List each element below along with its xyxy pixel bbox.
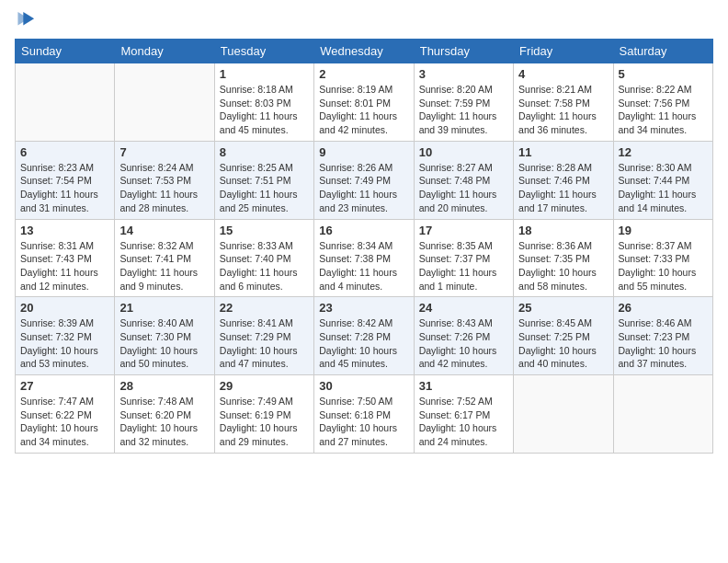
- calendar-cell: 16Sunrise: 8:34 AM Sunset: 7:38 PM Dayli…: [314, 219, 414, 297]
- day-info: Sunrise: 8:42 AM Sunset: 7:28 PM Dayligh…: [319, 316, 408, 371]
- day-number: 5: [619, 67, 708, 81]
- day-info: Sunrise: 7:49 AM Sunset: 6:19 PM Dayligh…: [220, 395, 309, 449]
- calendar-table: SundayMondayTuesdayWednesdayThursdayFrid…: [15, 39, 713, 454]
- calendar-cell: 18Sunrise: 8:36 AM Sunset: 7:35 PM Dayli…: [514, 219, 613, 297]
- calendar-cell: 23Sunrise: 8:42 AM Sunset: 7:28 PM Dayli…: [314, 297, 414, 375]
- day-number: 26: [619, 301, 708, 315]
- day-number: 16: [319, 224, 408, 237]
- day-number: 23: [319, 301, 408, 315]
- calendar-cell: 12Sunrise: 8:30 AM Sunset: 7:44 PM Dayli…: [613, 141, 712, 219]
- day-info: Sunrise: 8:21 AM Sunset: 7:58 PM Dayligh…: [518, 83, 608, 137]
- calendar-cell: 24Sunrise: 8:43 AM Sunset: 7:26 PM Dayli…: [414, 297, 513, 375]
- day-info: Sunrise: 8:23 AM Sunset: 7:54 PM Dayligh…: [20, 161, 109, 215]
- day-info: Sunrise: 8:40 AM Sunset: 7:30 PM Dayligh…: [119, 316, 209, 371]
- calendar-cell: 14Sunrise: 8:32 AM Sunset: 7:41 PM Dayli…: [115, 219, 214, 297]
- day-header-tuesday: Tuesday: [214, 40, 313, 63]
- day-header-wednesday: Wednesday: [314, 40, 414, 63]
- day-number: 21: [119, 301, 209, 315]
- day-info: Sunrise: 8:45 AM Sunset: 7:25 PM Dayligh…: [518, 316, 608, 371]
- day-number: 28: [119, 379, 209, 393]
- day-info: Sunrise: 8:20 AM Sunset: 7:59 PM Dayligh…: [419, 83, 508, 137]
- day-info: Sunrise: 8:33 AM Sunset: 7:40 PM Dayligh…: [220, 239, 309, 293]
- calendar-cell: [16, 63, 115, 142]
- calendar-cell: 20Sunrise: 8:39 AM Sunset: 7:32 PM Dayli…: [16, 297, 115, 375]
- calendar-cell: 7Sunrise: 8:24 AM Sunset: 7:53 PM Daylig…: [115, 141, 214, 219]
- day-number: 18: [518, 224, 608, 237]
- calendar-cell: 6Sunrise: 8:23 AM Sunset: 7:54 PM Daylig…: [16, 141, 115, 219]
- calendar-cell: 5Sunrise: 8:22 AM Sunset: 7:56 PM Daylig…: [613, 63, 712, 142]
- day-info: Sunrise: 8:26 AM Sunset: 7:49 PM Dayligh…: [319, 161, 408, 215]
- calendar-cell: 1Sunrise: 8:18 AM Sunset: 8:03 PM Daylig…: [214, 63, 313, 142]
- calendar-week-4: 20Sunrise: 8:39 AM Sunset: 7:32 PM Dayli…: [16, 297, 713, 375]
- day-info: Sunrise: 8:39 AM Sunset: 7:32 PM Dayligh…: [20, 316, 109, 371]
- calendar-cell: 2Sunrise: 8:19 AM Sunset: 8:01 PM Daylig…: [314, 63, 414, 142]
- day-number: 14: [119, 224, 209, 237]
- calendar-week-2: 6Sunrise: 8:23 AM Sunset: 7:54 PM Daylig…: [16, 141, 713, 219]
- day-info: Sunrise: 8:34 AM Sunset: 7:38 PM Dayligh…: [319, 239, 408, 293]
- day-header-saturday: Saturday: [613, 40, 712, 63]
- day-info: Sunrise: 8:37 AM Sunset: 7:33 PM Dayligh…: [619, 239, 708, 293]
- day-number: 1: [220, 67, 309, 81]
- day-info: Sunrise: 8:43 AM Sunset: 7:26 PM Dayligh…: [419, 316, 508, 371]
- day-info: Sunrise: 8:24 AM Sunset: 7:53 PM Dayligh…: [119, 161, 209, 215]
- calendar-header-row: SundayMondayTuesdayWednesdayThursdayFrid…: [16, 40, 713, 63]
- calendar-week-3: 13Sunrise: 8:31 AM Sunset: 7:43 PM Dayli…: [16, 219, 713, 297]
- day-number: 22: [220, 301, 309, 315]
- calendar-cell: 31Sunrise: 7:52 AM Sunset: 6:17 PM Dayli…: [414, 375, 513, 454]
- day-number: 4: [518, 67, 608, 81]
- calendar-cell: 21Sunrise: 8:40 AM Sunset: 7:30 PM Dayli…: [115, 297, 214, 375]
- calendar-cell: 19Sunrise: 8:37 AM Sunset: 7:33 PM Dayli…: [613, 219, 712, 297]
- header: [15, 9, 713, 33]
- day-info: Sunrise: 8:22 AM Sunset: 7:56 PM Dayligh…: [619, 83, 708, 137]
- calendar-cell: 4Sunrise: 8:21 AM Sunset: 7:58 PM Daylig…: [514, 63, 613, 142]
- day-info: Sunrise: 8:19 AM Sunset: 8:01 PM Dayligh…: [319, 83, 408, 137]
- calendar-cell: 17Sunrise: 8:35 AM Sunset: 7:37 PM Dayli…: [414, 219, 513, 297]
- day-number: 8: [220, 145, 309, 159]
- calendar-cell: 28Sunrise: 7:48 AM Sunset: 6:20 PM Dayli…: [115, 375, 214, 454]
- calendar-week-1: 1Sunrise: 8:18 AM Sunset: 8:03 PM Daylig…: [16, 63, 713, 142]
- day-header-monday: Monday: [115, 40, 214, 63]
- day-number: 15: [220, 224, 309, 237]
- day-info: Sunrise: 7:52 AM Sunset: 6:17 PM Dayligh…: [419, 395, 508, 449]
- day-number: 11: [518, 145, 608, 159]
- day-info: Sunrise: 8:35 AM Sunset: 7:37 PM Dayligh…: [419, 239, 508, 293]
- day-info: Sunrise: 8:25 AM Sunset: 7:51 PM Dayligh…: [220, 161, 309, 215]
- calendar-cell: [514, 375, 613, 454]
- calendar-cell: 9Sunrise: 8:26 AM Sunset: 7:49 PM Daylig…: [314, 141, 414, 219]
- day-info: Sunrise: 8:31 AM Sunset: 7:43 PM Dayligh…: [20, 239, 109, 293]
- day-number: 9: [319, 145, 408, 159]
- calendar-cell: 26Sunrise: 8:46 AM Sunset: 7:23 PM Dayli…: [613, 297, 712, 375]
- day-info: Sunrise: 8:18 AM Sunset: 8:03 PM Dayligh…: [220, 83, 309, 137]
- calendar-cell: 29Sunrise: 7:49 AM Sunset: 6:19 PM Dayli…: [214, 375, 313, 454]
- day-info: Sunrise: 8:27 AM Sunset: 7:48 PM Dayligh…: [419, 161, 508, 215]
- calendar-cell: [613, 375, 712, 454]
- day-info: Sunrise: 8:46 AM Sunset: 7:23 PM Dayligh…: [619, 316, 708, 371]
- day-number: 3: [419, 67, 508, 81]
- day-number: 2: [319, 67, 408, 81]
- day-number: 27: [20, 379, 109, 393]
- day-info: Sunrise: 7:50 AM Sunset: 6:18 PM Dayligh…: [319, 395, 408, 449]
- calendar-cell: 3Sunrise: 8:20 AM Sunset: 7:59 PM Daylig…: [414, 63, 513, 142]
- day-number: 7: [119, 145, 209, 159]
- day-number: 24: [419, 301, 508, 315]
- day-number: 29: [220, 379, 309, 393]
- day-number: 12: [619, 145, 708, 159]
- day-number: 20: [20, 301, 109, 315]
- day-header-friday: Friday: [514, 40, 613, 63]
- calendar-cell: 8Sunrise: 8:25 AM Sunset: 7:51 PM Daylig…: [214, 141, 313, 219]
- day-info: Sunrise: 7:47 AM Sunset: 6:22 PM Dayligh…: [20, 395, 109, 449]
- calendar-week-5: 27Sunrise: 7:47 AM Sunset: 6:22 PM Dayli…: [16, 375, 713, 454]
- day-info: Sunrise: 8:30 AM Sunset: 7:44 PM Dayligh…: [619, 161, 708, 215]
- day-info: Sunrise: 8:36 AM Sunset: 7:35 PM Dayligh…: [518, 239, 608, 293]
- calendar-cell: 27Sunrise: 7:47 AM Sunset: 6:22 PM Dayli…: [16, 375, 115, 454]
- day-number: 19: [619, 224, 708, 237]
- calendar-cell: 10Sunrise: 8:27 AM Sunset: 7:48 PM Dayli…: [414, 141, 513, 219]
- calendar-cell: 22Sunrise: 8:41 AM Sunset: 7:29 PM Dayli…: [214, 297, 313, 375]
- day-info: Sunrise: 8:28 AM Sunset: 7:46 PM Dayligh…: [518, 161, 608, 215]
- day-header-thursday: Thursday: [414, 40, 513, 63]
- calendar-cell: 30Sunrise: 7:50 AM Sunset: 6:18 PM Dayli…: [314, 375, 414, 454]
- day-number: 17: [419, 224, 508, 237]
- day-number: 13: [20, 224, 109, 237]
- calendar-cell: 11Sunrise: 8:28 AM Sunset: 7:46 PM Dayli…: [514, 141, 613, 219]
- calendar-cell: 15Sunrise: 8:33 AM Sunset: 7:40 PM Dayli…: [214, 219, 313, 297]
